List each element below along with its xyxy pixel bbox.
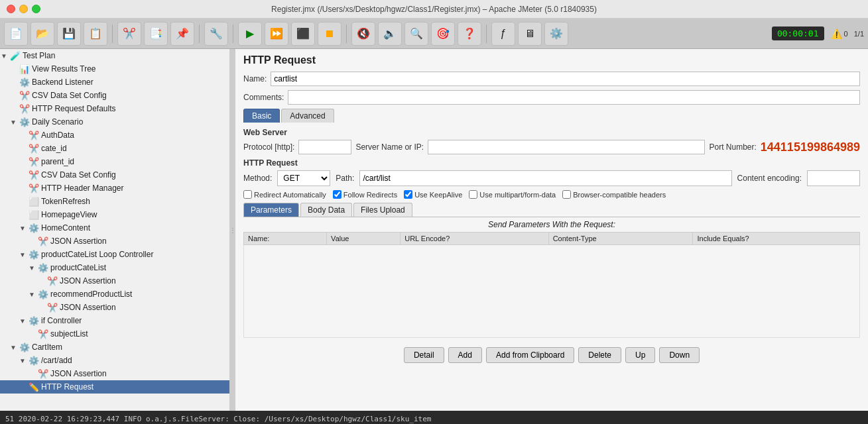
search-button[interactable]: 🔍 [404,22,428,46]
toggle-product-cate-list[interactable]: ▼ [28,264,36,272]
path-input[interactable] [359,170,731,186]
shutdown-button[interactable]: ⏹ [318,22,341,46]
toggle-cart-add[interactable]: ▼ [19,356,27,364]
save-as-button[interactable]: 📋 [84,22,107,46]
protocol-input[interactable] [298,140,351,154]
toggle-http-request[interactable] [19,383,27,391]
sidebar-item-view-results-tree[interactable]: 📊View Results Tree [0,62,229,76]
copy-button[interactable]: 📑 [144,22,168,46]
toggle-parent-id[interactable] [19,158,27,166]
sidebar-item-homepage-view[interactable]: ⬜HomepageView [0,208,229,221]
cut-button[interactable]: ✂️ [117,22,141,46]
sidebar-item-product-cate-list-loop[interactable]: ▼⚙️productCateList Loop Controller [0,248,229,261]
collapse-handle[interactable]: ⋮ [230,49,235,411]
sidebar-item-json-assertion4[interactable]: ✂️JSON Assertion [0,367,229,380]
sidebar-item-recommend-product-list[interactable]: ▼⚙️recommendProductList [0,288,229,301]
sidebar-item-cate-id[interactable]: ✂️cate_id [0,142,229,155]
open-button[interactable]: 📂 [31,22,54,46]
minimize-button[interactable] [19,5,28,13]
functions-button[interactable]: ƒ [491,22,515,46]
sidebar-item-http-request[interactable]: ✏️HTTP Request [0,380,229,394]
toggle-http-header-manager[interactable] [19,184,27,192]
inner-tab-files-upload[interactable]: Files Upload [353,203,412,217]
sidebar-item-test-plan[interactable]: ▼🧪Test Plan [0,49,229,62]
sidebar-item-home-content[interactable]: ▼⚙️HomeContent [0,221,229,235]
sidebar-item-backend-listener[interactable]: ⚙️Backend Listener [0,76,229,89]
sidebar-item-json-assertion1[interactable]: ✂️JSON Assertion [0,235,229,248]
toggle-home-content[interactable]: ▼ [19,224,27,232]
toggle-daily-scenario[interactable]: ▼ [9,118,17,126]
sidebar-item-csv-data-set-config[interactable]: ✂️CSV Data Set Config [0,89,229,102]
inner-tab-body-data[interactable]: Body Data [300,203,352,217]
toggle-view-results-tree[interactable] [9,65,17,73]
maximize-button[interactable] [32,5,40,13]
options-button[interactable]: ⚙️ [544,22,568,46]
close-button[interactable] [7,5,15,13]
server-name-input[interactable] [428,140,705,154]
sidebar-item-if-controller[interactable]: ▼⚙️if Controller [0,314,229,327]
sidebar-item-cart-add[interactable]: ▼⚙️/cart/add [0,354,229,367]
toggle-cart-item[interactable]: ▼ [9,343,17,351]
sidebar-item-json-assertion3[interactable]: ✂️JSON Assertion [0,301,229,314]
clear-all-button[interactable]: 🔈 [378,22,402,46]
sidebar-item-token-refresh[interactable]: ⬜TokenRefresh [0,195,229,208]
toggle-authdata[interactable] [19,131,27,139]
toggle-product-cate-list-loop[interactable]: ▼ [19,250,27,258]
help-button[interactable]: ❓ [458,22,481,46]
toggle-json-assertion3[interactable] [37,303,45,311]
checkbox-redirect[interactable]: Redirect Automatically [243,190,326,199]
toggle-csv-data-set-config[interactable] [9,91,17,99]
save-button[interactable]: 💾 [57,22,81,46]
checkbox-input-redirect[interactable] [243,190,252,199]
checkbox-input-browser[interactable] [562,190,571,199]
encoding-input[interactable] [807,170,860,186]
sidebar-item-subject-list[interactable]: ✂️subjectList [0,327,229,341]
delete-button[interactable]: Delete [578,347,621,363]
paste-button[interactable]: 📌 [170,22,194,46]
toggle-json-assertion2[interactable] [37,277,45,285]
detail-button[interactable]: Detail [404,347,444,363]
expand-button[interactable]: 🔧 [204,22,228,46]
checkbox-input-multipart[interactable] [469,190,477,199]
toggle-test-plan[interactable]: ▼ [0,52,8,60]
sidebar-item-http-header-manager[interactable]: ✂️HTTP Header Manager [0,182,229,195]
checkbox-keepalive[interactable]: Use KeepAlive [404,190,462,199]
toggle-backend-listener[interactable] [9,78,17,86]
tab-advanced[interactable]: Advanced [281,109,334,123]
checkbox-follow[interactable]: Follow Redirects [333,190,397,199]
sidebar-item-json-assertion2[interactable]: ✂️JSON Assertion [0,274,229,288]
checkbox-input-keepalive[interactable] [404,190,412,199]
toggle-json-assertion1[interactable] [28,237,36,245]
sidebar-item-parent-id[interactable]: ✂️parent_id [0,155,229,168]
up-button[interactable]: Up [625,347,655,363]
sidebar-item-daily-scenario[interactable]: ▼⚙️Daily Scenario [0,115,229,129]
clear-button[interactable]: 🔇 [351,22,375,46]
comments-input[interactable] [288,90,860,105]
sidebar-item-authdata[interactable]: ✂️AuthData [0,129,229,142]
inner-tab-parameters[interactable]: Parameters [243,203,299,217]
toggle-token-refresh[interactable] [19,197,27,205]
down-button[interactable]: Down [659,347,700,363]
toggle-homepage-view[interactable] [19,211,27,219]
sidebar-item-csv-data-set-config2[interactable]: ✂️CSV Data Set Config [0,168,229,182]
templates-button[interactable]: 🎯 [431,22,455,46]
toggle-http-request-defaults[interactable] [9,105,17,113]
toggle-cate-id[interactable] [19,144,27,152]
checkbox-multipart[interactable]: Use multipart/form-data [469,190,556,199]
tab-basic[interactable]: Basic [243,109,280,123]
start-button[interactable]: ▶ [238,22,262,46]
start-no-pause-button[interactable]: ⏩ [265,22,288,46]
sidebar-item-http-request-defaults[interactable]: ✂️HTTP Request Defaults [0,102,229,115]
new-button[interactable]: 📄 [4,22,28,46]
toggle-recommend-product-list[interactable]: ▼ [28,290,36,298]
checkbox-browser[interactable]: Browser-compatible headers [562,190,666,199]
name-input[interactable] [271,72,860,86]
method-select[interactable]: GET POST PUT DELETE [277,170,330,186]
add-from-clipboard-button[interactable]: Add from Clipboard [486,347,574,363]
checkbox-input-follow[interactable] [333,190,341,199]
toggle-json-assertion4[interactable] [28,370,36,378]
sidebar-item-product-cate-list[interactable]: ▼⚙️productCateList [0,261,229,274]
toggle-subject-list[interactable] [28,330,36,338]
add-button[interactable]: Add [448,347,482,363]
sidebar-item-cart-item[interactable]: ▼⚙️CartItem [0,341,229,354]
